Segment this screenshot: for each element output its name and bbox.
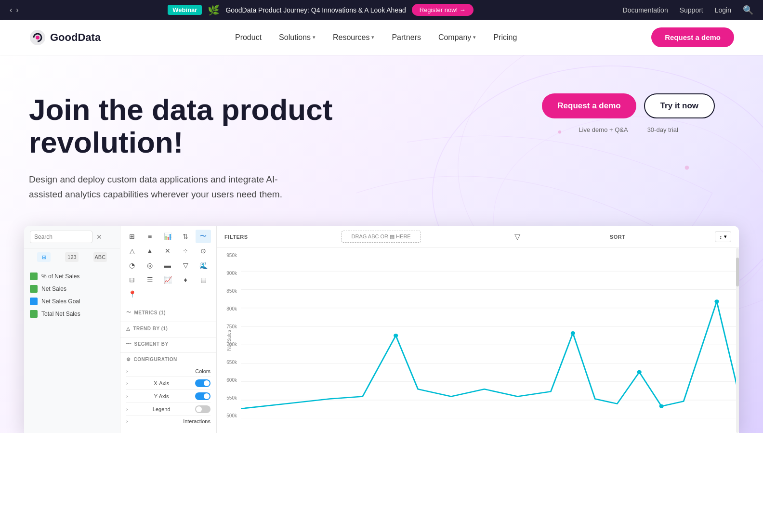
chart-scrollbar[interactable]	[736, 248, 739, 433]
config-gear-icon: ⚙	[126, 357, 131, 362]
hero-try-now-button[interactable]: Try it now	[644, 93, 715, 118]
nav-solutions[interactable]: Solutions ▾	[279, 33, 316, 42]
chart-type-stacked[interactable]: ▲	[142, 244, 158, 258]
metric-icon-2	[30, 285, 38, 293]
config-yaxis-row[interactable]: › Y-Axis	[126, 390, 210, 403]
support-link[interactable]: Support	[680, 6, 703, 14]
nav-pricing[interactable]: Pricing	[493, 33, 517, 42]
svg-point-20	[714, 299, 719, 303]
y-axis-title: Net Sales	[226, 330, 232, 350]
y-label-600: 600k	[226, 377, 237, 383]
hash-view-icon[interactable]: 123	[65, 252, 79, 262]
config-xaxis-row[interactable]: › X-Axis	[126, 377, 210, 390]
yaxis-toggle[interactable]	[195, 392, 210, 400]
drag-drop-area[interactable]: DRAG ABC OR ▦ HERE	[342, 231, 421, 243]
nav-company[interactable]: Company ▾	[438, 33, 476, 42]
logo-icon	[29, 29, 46, 46]
config-yaxis-arrow-icon: ›	[126, 394, 128, 399]
segment-icon: 〰	[126, 341, 132, 347]
sort-button[interactable]: ↕ ▾	[715, 231, 731, 242]
xaxis-toggle[interactable]	[195, 379, 210, 387]
chart-type-hbar[interactable]: ▬	[160, 259, 175, 272]
documentation-link[interactable]: Documentation	[623, 6, 668, 14]
chart-type-map[interactable]: ▤	[196, 273, 211, 286]
chart-canvas: 950k 900k 850k 800k 750k 700k 650k 600k …	[217, 248, 739, 433]
hero-title: Join the data product revolution!	[29, 93, 366, 159]
dashboard-sidebar: ✕ ⊞ 123 ABC % of Net Sales Net Sales Net	[24, 226, 120, 433]
y-label-850: 850k	[226, 288, 237, 294]
metric-item-4[interactable]: Total Net Sales	[24, 308, 120, 320]
chart-type-line[interactable]: 〜	[196, 230, 211, 243]
y-label-500: 500k	[226, 413, 237, 418]
logo-link[interactable]: GoodData	[29, 29, 101, 46]
config-interactions-row[interactable]: › Interactions	[126, 416, 210, 427]
chart-type-pie[interactable]: ◔	[124, 259, 140, 272]
chart-type-area[interactable]: △	[124, 244, 140, 258]
chart-header: FILTERS DRAG ABC OR ▦ HERE ▽ SORT ↕ ▾	[217, 226, 739, 248]
cta-secondary-label: 30-day trial	[647, 126, 678, 133]
legend-toggle[interactable]	[195, 405, 210, 413]
table-view-icon[interactable]: ⊞	[37, 252, 51, 262]
clear-search-icon[interactable]: ✕	[96, 233, 102, 241]
filter-icon[interactable]: ▽	[514, 232, 520, 241]
config-colors-row[interactable]: › Colors	[126, 366, 210, 377]
chart-type-list[interactable]: ☰	[142, 273, 158, 286]
svg-point-1	[36, 36, 39, 39]
nav-resources[interactable]: Resources ▾	[333, 33, 374, 42]
hero-subtitle: Design and deploy custom data applicatio…	[29, 172, 299, 202]
scrollbar-thumb[interactable]	[736, 258, 739, 286]
chart-type-bubble[interactable]: ⊙	[196, 244, 211, 258]
chart-type-bullet[interactable]: 📈	[160, 273, 175, 286]
metric-label-2: Net Sales	[41, 285, 66, 292]
register-now-button[interactable]: Register now! →	[412, 4, 474, 16]
metric-item-2[interactable]: Net Sales	[24, 283, 120, 295]
metrics-section[interactable]: 〜 METRICS (1)	[120, 305, 216, 322]
nav-partners[interactable]: Partners	[392, 33, 421, 42]
segment-section[interactable]: 〰 SEGMENT BY	[120, 337, 216, 353]
metric-label-1: % of Net Sales	[41, 273, 79, 280]
chart-type-table[interactable]: ⊞	[124, 230, 140, 243]
cta-labels: Live demo + Q&A 30-day trial	[579, 126, 678, 133]
metrics-section-title: 〜 METRICS (1)	[126, 309, 210, 316]
sidebar-search-input[interactable]	[30, 231, 92, 243]
top-nav-links: Documentation Support Login 🔍	[623, 5, 753, 15]
y-label-800: 800k	[226, 306, 237, 311]
trend-icon: △	[126, 326, 131, 331]
metric-item-1[interactable]: % of Net Sales	[24, 270, 120, 283]
metric-item-3[interactable]: Net Sales Goal	[24, 295, 120, 308]
chart-type-x[interactable]: ✕	[160, 244, 175, 258]
chart-type-donut[interactable]: ◎	[142, 259, 158, 272]
nav-product[interactable]: Product	[235, 33, 262, 42]
chart-type-geo[interactable]: ♦	[178, 273, 193, 286]
announcement-bar: ‹ › Webinar 🌿 GoodData Product Journey: …	[0, 0, 763, 20]
chart-type-bar[interactable]: 📊	[160, 230, 175, 243]
view-type-icons: ⊞ 123 ABC	[24, 248, 120, 266]
chart-type-waterfall[interactable]: 🌊	[196, 259, 211, 272]
hero-cta-buttons: Request a demo Try it now	[542, 93, 715, 118]
chevron-down-icon: ▾	[473, 34, 476, 40]
abc-view-icon[interactable]: ABC	[93, 252, 107, 262]
svg-point-22	[659, 404, 664, 408]
hero-request-demo-button[interactable]: Request a demo	[542, 93, 636, 118]
hero-content: Join the data product revolution! Design…	[29, 93, 366, 202]
metric-label-4: Total Net Sales	[41, 311, 80, 317]
chart-type-sort[interactable]: ⇅	[178, 230, 193, 243]
chart-type-scatter[interactable]: ⁘	[178, 244, 193, 258]
navbar-request-demo-button[interactable]: Request a demo	[651, 27, 734, 47]
y-label-750: 750k	[226, 324, 237, 329]
main-navbar: GoodData Product Solutions ▾ Resources ▾…	[0, 20, 763, 55]
config-legend-row[interactable]: › Legend	[126, 403, 210, 416]
chart-type-pin[interactable]: 📍	[124, 287, 140, 301]
prev-arrow-button[interactable]: ‹	[10, 6, 12, 14]
announcement-text: GoodData Product Journey: Q4 Innovations…	[225, 6, 406, 14]
chart-type-pivot[interactable]: ≡	[142, 230, 158, 243]
search-icon[interactable]: 🔍	[743, 5, 753, 15]
config-xaxis-arrow-icon: ›	[126, 381, 128, 386]
nav-arrows: ‹ ›	[10, 6, 19, 14]
chart-type-pivot2[interactable]: ⊟	[124, 273, 140, 286]
trend-section[interactable]: △ TREND BY (1)	[120, 322, 216, 337]
chart-type-grid: ⊞ ≡ 📊 ⇅ 〜 △ ▲ ✕ ⁘ ⊙ ◔ ◎ ▬ ▽ 🌊 ⊟ ☰ �	[120, 226, 216, 305]
chart-type-funnel[interactable]: ▽	[178, 259, 193, 272]
login-link[interactable]: Login	[715, 6, 731, 14]
y-label-950: 950k	[226, 253, 237, 258]
